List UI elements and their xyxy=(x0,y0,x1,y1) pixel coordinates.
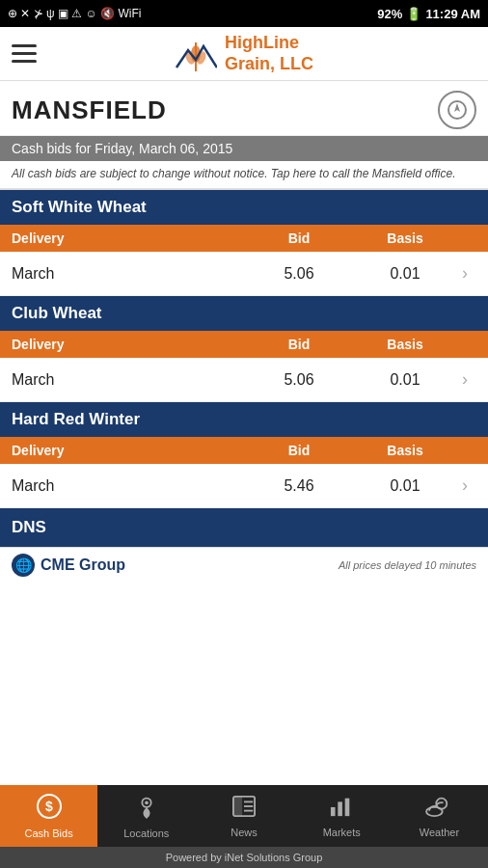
cme-logo: 🌐 CME Group xyxy=(12,554,125,577)
table-row[interactable]: March 5.06 0.01 › xyxy=(0,252,488,296)
svg-rect-11 xyxy=(233,796,242,815)
weather-icon xyxy=(425,795,452,824)
col-basis-hrw: Basis xyxy=(357,443,453,458)
commodity-soft-white-wheat: Soft White Wheat Delivery Bid Basis Marc… xyxy=(0,190,488,296)
col-delivery-hrw: Delivery xyxy=(12,443,241,458)
col-bid-cw: Bid xyxy=(241,337,357,352)
logo-line2: Grain, LLC xyxy=(225,54,313,73)
cme-globe-icon: 🌐 xyxy=(12,554,35,577)
status-bar: ⊕ ✕ ⊁ ψ ▣ ⚠ ☺ 🔇 WiFi 92% 🔋 11:29 AM xyxy=(0,0,488,27)
svg-rect-16 xyxy=(339,801,343,816)
svg-marker-5 xyxy=(454,103,460,112)
col-bid-hrw: Bid xyxy=(241,443,357,458)
location-title: MANSFIELD xyxy=(12,95,167,125)
nav-item-cash-bids[interactable]: $ Cash Bids xyxy=(0,785,97,847)
col-bid-sww: Bid xyxy=(241,231,357,246)
main-content: MANSFIELD Cash bids for Friday, March 06… xyxy=(0,81,488,785)
cash-bids-icon: $ xyxy=(37,794,62,825)
cash-bids-date-bar: Cash bids for Friday, March 06, 2015 xyxy=(0,136,488,161)
location-section: MANSFIELD xyxy=(0,81,488,136)
col-delivery-sww: Delivery xyxy=(12,231,241,246)
svg-text:$: $ xyxy=(45,799,53,814)
clock: 11:29 AM xyxy=(425,7,480,21)
locations-icon xyxy=(135,794,158,825)
commodity-club-wheat: Club Wheat Delivery Bid Basis March 5.06… xyxy=(0,296,488,402)
powered-by-bar: Powered by iNet Solutions Group xyxy=(0,847,488,868)
column-headers-sww: Delivery Bid Basis xyxy=(0,225,488,252)
cme-name: CME Group xyxy=(41,556,125,574)
logo-svg xyxy=(175,33,217,75)
column-headers-hrw: Delivery Bid Basis xyxy=(0,437,488,464)
nav-item-news[interactable]: News xyxy=(195,785,292,847)
bottom-nav: $ Cash Bids Locations News xyxy=(0,785,488,847)
column-headers-cw: Delivery Bid Basis xyxy=(0,331,488,358)
nav-label-news: News xyxy=(230,827,258,838)
nav-item-markets[interactable]: Markets xyxy=(293,785,391,847)
chevron-right-icon: › xyxy=(453,475,476,496)
location-navigate-button[interactable] xyxy=(438,91,476,129)
commodity-header-dns: DNS xyxy=(0,508,488,547)
table-row[interactable]: March 5.06 0.01 › xyxy=(0,358,488,402)
col-basis-sww: Basis xyxy=(357,231,453,246)
chevron-right-icon: › xyxy=(453,263,476,284)
nav-item-locations[interactable]: Locations xyxy=(97,785,195,847)
nav-label-weather: Weather xyxy=(420,827,459,838)
markets-icon xyxy=(329,795,354,824)
battery-icon: 🔋 xyxy=(406,7,421,21)
commodity-hard-red-winter: Hard Red Winter Delivery Bid Basis March… xyxy=(0,402,488,508)
commodity-header-hrw: Hard Red Winter xyxy=(0,402,488,437)
svg-rect-17 xyxy=(345,798,350,815)
commodity-header-soft-white-wheat: Soft White Wheat xyxy=(0,190,488,225)
cme-footer: 🌐 CME Group All prices delayed 10 minute… xyxy=(0,547,488,583)
commodity-header-club-wheat: Club Wheat xyxy=(0,296,488,331)
table-row[interactable]: March 5.46 0.01 › xyxy=(0,464,488,508)
col-basis-cw: Basis xyxy=(357,337,453,352)
menu-button[interactable] xyxy=(12,44,37,63)
nav-item-weather[interactable]: Weather xyxy=(391,785,488,847)
svg-point-19 xyxy=(426,806,443,815)
nav-label-markets: Markets xyxy=(323,827,361,838)
nav-label-locations: Locations xyxy=(123,827,169,839)
logo-line1: HighLine xyxy=(225,33,299,52)
col-delivery-cw: Delivery xyxy=(12,337,241,352)
svg-point-9 xyxy=(145,800,149,804)
app-header: HighLine Grain, LLC xyxy=(0,27,488,81)
cash-bids-notice[interactable]: All cash bids are subject to change with… xyxy=(0,161,488,190)
app-logo: HighLine Grain, LLC xyxy=(175,33,313,75)
chevron-right-icon: › xyxy=(453,369,476,390)
cme-delay-text: All prices delayed 10 minutes xyxy=(339,559,476,571)
cash-bids-date: Cash bids for Friday, March 06, 2015 xyxy=(12,141,232,156)
svg-rect-15 xyxy=(331,806,336,815)
nav-label-cash-bids: Cash Bids xyxy=(25,827,73,839)
status-time-battery: 92% 🔋 11:29 AM xyxy=(377,7,480,21)
news-icon xyxy=(231,795,257,824)
status-icons: ⊕ ✕ ⊁ ψ ▣ ⚠ ☺ 🔇 WiFi xyxy=(8,7,141,20)
battery-level: 92% xyxy=(377,7,402,21)
